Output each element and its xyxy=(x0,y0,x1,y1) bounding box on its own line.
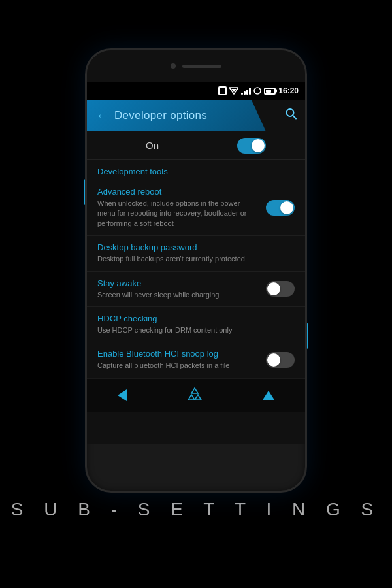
toggle-advanced-reboot[interactable] xyxy=(266,200,295,216)
settings-item-bluetooth-hci[interactable]: Enable Bluetooth HCI snoop log Capture a… xyxy=(87,342,305,378)
search-icon[interactable] xyxy=(286,108,297,123)
nav-home-icon xyxy=(263,391,274,400)
speaker-bar xyxy=(182,65,221,68)
signal-bar-3 xyxy=(246,90,248,95)
battery-fill xyxy=(266,90,271,93)
settings-item-desc-1: Desktop full backups aren't currently pr… xyxy=(97,254,288,264)
settings-item-title-0: Advanced reboot xyxy=(97,187,259,197)
status-bar: 16:20 xyxy=(87,82,305,100)
settings-item-text-1: Desktop backup password Desktop full bac… xyxy=(97,242,295,264)
svg-marker-6 xyxy=(188,395,195,400)
settings-item-title-4: Enable Bluetooth HCI snoop log xyxy=(97,349,259,359)
battery-icon xyxy=(264,88,276,95)
settings-item-desc-3: Use HDCP checking for DRM content only xyxy=(97,325,288,335)
settings-item-text-3: HDCP checking Use HDCP checking for DRM … xyxy=(97,314,295,335)
toggle-knob xyxy=(252,139,265,152)
svg-marker-7 xyxy=(195,395,201,400)
svg-point-2 xyxy=(254,88,261,94)
phone-bezel-bottom xyxy=(87,412,305,444)
status-time: 16:20 xyxy=(278,86,299,95)
screen-content: Development tools Advanced reboot When u… xyxy=(87,160,305,378)
settings-item-desc-4: Capture all bluetooth HCI packets in a f… xyxy=(97,361,259,370)
settings-item-hdcp[interactable]: HDCP checking Use HDCP checking for DRM … xyxy=(87,307,305,342)
signal-bars xyxy=(241,87,251,95)
nav-back-button[interactable] xyxy=(105,384,140,406)
settings-item-title-3: HDCP checking xyxy=(97,314,288,323)
vibrate-left xyxy=(218,89,219,94)
svg-line-4 xyxy=(293,116,296,119)
phone-wrapper: 16:20 ← Developer options On xyxy=(85,48,307,493)
signal-bar-1 xyxy=(241,93,243,95)
signal-bar-2 xyxy=(244,91,246,95)
settings-item-desc-0: When unlocked, include options in the po… xyxy=(97,199,259,229)
settings-item-stay-awake[interactable]: Stay awake Screen will never sleep while… xyxy=(87,272,305,307)
topbar: ← Developer options xyxy=(87,100,305,131)
settings-item-desktop-backup[interactable]: Desktop backup password Desktop full bac… xyxy=(87,236,305,271)
svg-marker-5 xyxy=(191,388,198,393)
section-dev-tools: Development tools xyxy=(87,160,305,180)
vibrate-icon xyxy=(218,86,227,95)
sub-settings-label: S U B - S E T T I N G S xyxy=(11,499,381,520)
status-icons: 16:20 xyxy=(218,86,299,95)
nav-recent-icon xyxy=(188,387,202,400)
page-title: Developer options xyxy=(114,109,207,122)
settings-item-text-0: Advanced reboot When unlocked, include o… xyxy=(97,187,266,229)
nav-bar xyxy=(87,378,305,412)
settings-item-text-4: Enable Bluetooth HCI snoop log Capture a… xyxy=(97,349,266,370)
wifi-icon xyxy=(229,87,238,95)
section-dev-tools-label: Development tools xyxy=(97,167,168,176)
toggle-knob-2 xyxy=(267,282,280,295)
settings-item-text-2: Stay awake Screen will never sleep while… xyxy=(97,278,266,300)
toggle-bluetooth-hci[interactable] xyxy=(266,352,295,368)
master-toggle-switch[interactable] xyxy=(237,138,266,154)
settings-item-title-1: Desktop backup password xyxy=(97,242,288,252)
camera-dot xyxy=(171,63,176,69)
phone-bezel-top xyxy=(87,50,305,82)
nav-recent-button[interactable] xyxy=(174,382,215,409)
master-toggle-bar: On xyxy=(87,131,305,160)
toggle-knob-4 xyxy=(267,353,280,367)
toggle-label: On xyxy=(146,140,159,151)
search-svg xyxy=(286,108,297,120)
settings-item-title-2: Stay awake xyxy=(97,278,259,288)
back-button[interactable]: ← xyxy=(96,109,108,123)
phone-body: 16:20 ← Developer options On xyxy=(85,48,307,493)
toggle-stay-awake[interactable] xyxy=(266,281,295,297)
nav-back-icon xyxy=(118,389,127,401)
vibrate-right xyxy=(226,89,227,94)
signal-bar-4 xyxy=(249,88,251,95)
settings-item-advanced-reboot[interactable]: Advanced reboot When unlocked, include o… xyxy=(87,180,305,236)
nav-home-button[interactable] xyxy=(250,385,287,405)
topbar-inner: ← Developer options xyxy=(87,100,266,131)
toggle-knob-0 xyxy=(280,201,293,214)
settings-item-desc-2: Screen will never sleep while charging xyxy=(97,290,259,300)
sim-icon xyxy=(253,87,261,95)
